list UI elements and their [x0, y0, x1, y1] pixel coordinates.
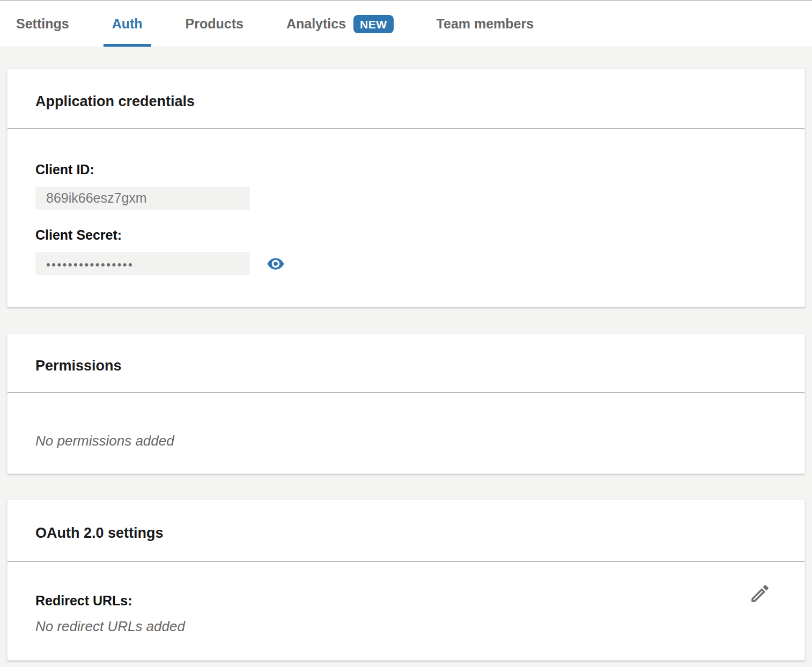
tab-analytics[interactable]: Analytics NEW: [286, 1, 394, 47]
tab-analytics-label: Analytics: [286, 16, 346, 32]
permissions-empty-message: No permissions added: [35, 433, 777, 449]
tab-products[interactable]: Products: [186, 1, 243, 47]
tab-team-members-label: Team members: [437, 16, 534, 32]
edit-redirect-urls-button[interactable]: [749, 582, 771, 605]
tab-team-members[interactable]: Team members: [437, 1, 534, 47]
redirect-urls-label: Redirect URLs:: [35, 593, 185, 609]
application-credentials-card: Application credentials Client ID: 869ik…: [7, 69, 805, 307]
client-secret-row: ••••••••••••••••: [35, 252, 777, 275]
redirect-urls-empty-message: No redirect URLs added: [35, 618, 185, 635]
client-secret-field[interactable]: ••••••••••••••••: [35, 252, 250, 275]
permissions-header: Permissions: [8, 334, 804, 393]
client-id-label: Client ID:: [35, 162, 777, 177]
eye-icon: [267, 255, 285, 273]
oauth-settings-title: OAuth 2.0 settings: [35, 525, 164, 542]
client-id-field[interactable]: 869ik66esz7gxm: [35, 187, 250, 210]
application-credentials-body: Client ID: 869ik66esz7gxm Client Secret:…: [8, 129, 804, 275]
tab-settings[interactable]: Settings: [16, 1, 69, 47]
permissions-title: Permissions: [35, 358, 122, 374]
client-secret-label: Client Secret:: [35, 227, 777, 243]
show-secret-button[interactable]: [267, 255, 285, 273]
tab-products-label: Products: [186, 16, 243, 32]
application-credentials-title: Application credentials: [35, 93, 195, 110]
tab-settings-label: Settings: [16, 16, 69, 32]
new-badge: NEW: [353, 15, 394, 33]
oauth-settings-body: Redirect URLs: No redirect URLs added: [8, 562, 804, 635]
tab-bar: Settings Auth Products Analytics NEW Tea…: [0, 0, 812, 47]
oauth-settings-card: OAuth 2.0 settings Redirect URLs: No red…: [7, 500, 805, 661]
permissions-body: No permissions added: [8, 393, 804, 449]
oauth-settings-header: OAuth 2.0 settings: [8, 500, 804, 562]
redirect-urls-group: Redirect URLs: No redirect URLs added: [35, 593, 185, 635]
tab-auth-label: Auth: [112, 16, 143, 32]
pencil-icon: [749, 582, 771, 605]
application-credentials-header: Application credentials: [8, 69, 804, 129]
permissions-card: Permissions No permissions added: [7, 334, 805, 474]
tab-auth[interactable]: Auth: [112, 1, 143, 47]
